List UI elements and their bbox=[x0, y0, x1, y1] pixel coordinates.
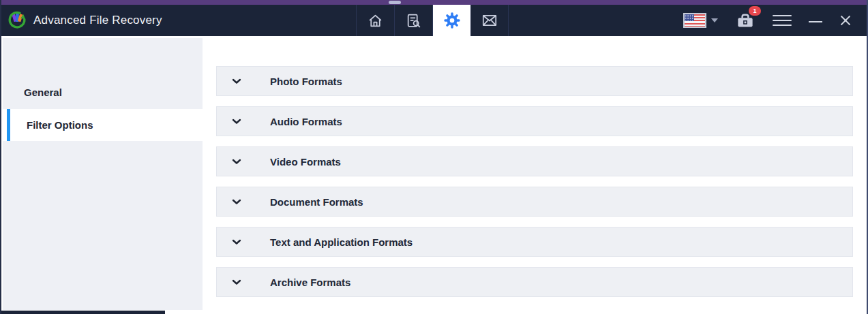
titlebar-right-controls: 1 bbox=[683, 5, 852, 36]
app-title: Advanced File Recovery bbox=[33, 14, 162, 27]
accordion-label: Photo Formats bbox=[270, 76, 342, 87]
language-selector[interactable] bbox=[683, 13, 718, 28]
file-search-icon bbox=[405, 12, 422, 29]
nav-tabs bbox=[356, 5, 509, 36]
close-button[interactable] bbox=[839, 14, 852, 27]
app-body: General Filter Options Photo Formats Aud… bbox=[3, 36, 865, 314]
chevron-down-icon bbox=[232, 239, 241, 245]
app-logo-icon bbox=[7, 10, 27, 31]
tab-home[interactable] bbox=[356, 5, 394, 36]
background-window-artifact bbox=[389, 1, 401, 4]
filter-options-panel: Photo Formats Audio Formats Video Format… bbox=[203, 38, 865, 314]
minimize-button[interactable] bbox=[809, 21, 822, 22]
close-icon bbox=[839, 14, 852, 27]
accordion-label: Text and Application Formats bbox=[270, 236, 413, 248]
app-brand: Advanced File Recovery bbox=[7, 5, 162, 36]
accordion-label: Video Formats bbox=[270, 156, 341, 168]
chevron-down-icon bbox=[232, 199, 241, 205]
tab-file-search[interactable] bbox=[394, 5, 432, 36]
tab-settings[interactable] bbox=[432, 5, 470, 36]
titlebar: Advanced File Recovery bbox=[1, 5, 867, 36]
chevron-down-icon bbox=[232, 159, 241, 165]
bottom-window-edge bbox=[1, 311, 165, 314]
accordion-video-formats[interactable]: Video Formats bbox=[216, 146, 853, 176]
gear-icon bbox=[443, 12, 461, 29]
mail-icon bbox=[481, 12, 498, 29]
accordion-label: Audio Formats bbox=[270, 116, 342, 127]
accordion-label: Document Formats bbox=[270, 196, 363, 208]
menu-icon bbox=[773, 15, 792, 17]
accordion-archive-formats[interactable]: Archive Formats bbox=[216, 267, 853, 297]
accordion-document-formats[interactable]: Document Formats bbox=[216, 187, 853, 217]
app-window: Advanced File Recovery bbox=[0, 0, 868, 314]
chevron-down-icon bbox=[711, 18, 718, 22]
menu-button[interactable] bbox=[773, 12, 792, 29]
background-window-strip bbox=[1, 0, 867, 5]
settings-sidebar: General Filter Options bbox=[3, 38, 203, 310]
chevron-down-icon bbox=[232, 78, 241, 84]
chevron-down-icon bbox=[232, 119, 241, 125]
chevron-down-icon bbox=[232, 279, 241, 285]
sidebar-item-label: General bbox=[24, 87, 62, 98]
sidebar-item-filter-options[interactable]: Filter Options bbox=[3, 109, 203, 141]
accordion-photo-formats[interactable]: Photo Formats bbox=[216, 66, 853, 96]
sidebar-item-general[interactable]: General bbox=[3, 76, 203, 108]
accordion-text-application-formats[interactable]: Text and Application Formats bbox=[216, 227, 853, 257]
sidebar-item-label: Filter Options bbox=[27, 119, 93, 131]
accordion-label: Archive Formats bbox=[270, 277, 350, 288]
home-icon bbox=[367, 12, 384, 29]
accordion-audio-formats[interactable]: Audio Formats bbox=[216, 106, 853, 136]
tab-contact[interactable] bbox=[470, 5, 509, 36]
us-flag-icon bbox=[683, 13, 706, 28]
notification-badge: 1 bbox=[749, 6, 761, 16]
toolbox-button[interactable]: 1 bbox=[735, 10, 755, 31]
